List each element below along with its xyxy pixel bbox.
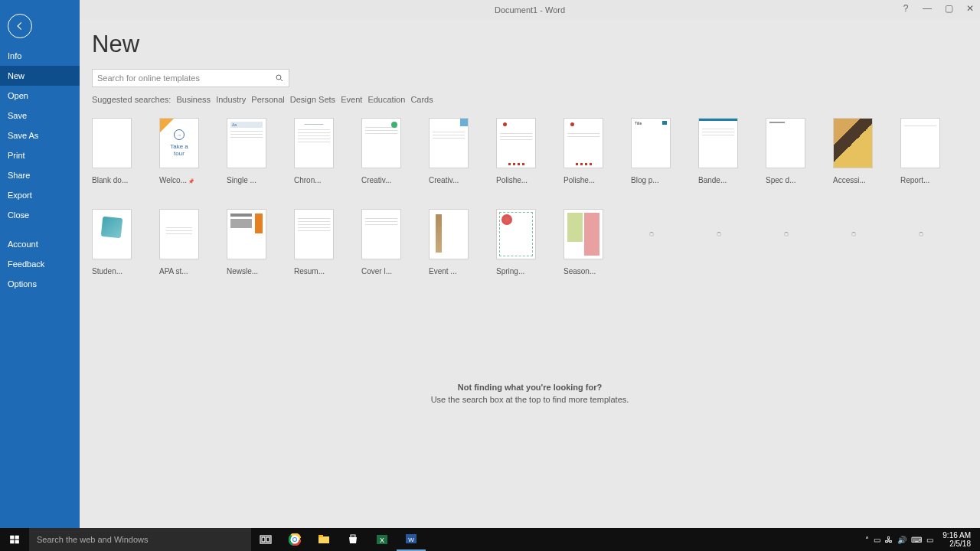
clock-date: 2/5/18 (942, 540, 971, 548)
template-label: Resum... (294, 267, 334, 276)
template-item[interactable]: Polishe... (496, 118, 536, 184)
template-thumbnail (564, 209, 603, 259)
nav-item-save[interactable]: Save (0, 106, 80, 126)
minimize-button[interactable]: — (922, 3, 933, 14)
template-item[interactable]: Spec d... (766, 118, 805, 184)
suggested-label: Suggested searches: (92, 95, 171, 104)
template-label: Bande... (698, 176, 738, 184)
suggested-link-design-sets[interactable]: Design Sets (290, 95, 335, 104)
template-item[interactable]: APA st... (159, 209, 199, 276)
template-label: Creativ... (361, 176, 401, 184)
svg-rect-4 (15, 540, 19, 544)
template-thumbnail: Aa (227, 118, 266, 168)
file-explorer-icon[interactable] (309, 528, 338, 551)
keyboard-icon[interactable]: ⌨ (911, 536, 922, 544)
search-icon[interactable] (275, 73, 284, 83)
suggested-link-industry[interactable]: Industry (216, 95, 246, 104)
suggested-link-event[interactable]: Event (341, 95, 362, 104)
svg-text:X: X (380, 536, 384, 544)
template-search-box[interactable] (92, 69, 289, 87)
battery-icon[interactable]: ▭ (874, 536, 880, 544)
template-gallery: Blank do...→Take atourWelco... 📌AaSingle… (92, 118, 972, 276)
nav-item-feedback[interactable]: Feedback (0, 254, 80, 274)
template-label: Studen... (92, 267, 132, 276)
svg-rect-1 (10, 536, 14, 540)
template-item[interactable]: Event ... (429, 209, 469, 276)
system-tray[interactable]: ˄ ▭ 🖧 🔊 ⌨ ▭ 9:16 AM 2/5/18 (865, 531, 980, 548)
task-view-button[interactable] (251, 528, 280, 551)
template-item[interactable]: Creativ... (429, 118, 469, 184)
backstage-sidebar: InfoNewOpenSaveSave AsPrintShareExportCl… (0, 0, 80, 528)
template-thumbnail (92, 118, 132, 168)
template-item[interactable]: Bande... (698, 118, 738, 184)
template-item[interactable]: Resum... (294, 209, 334, 276)
nav-item-open[interactable]: Open (0, 86, 80, 106)
suggested-link-business[interactable]: Business (176, 95, 211, 104)
template-item[interactable]: Creativ... (361, 118, 401, 184)
maximize-button[interactable]: ▢ (943, 3, 954, 14)
svg-rect-6 (262, 537, 265, 542)
template-label: Spring... (496, 267, 536, 276)
template-item[interactable]: →Take atourWelco... 📌 (159, 118, 199, 184)
tray-chevron-icon[interactable]: ˄ (865, 536, 869, 544)
footer-sub: Use the search box at the top to find mo… (431, 395, 629, 404)
template-thumbnail (159, 209, 199, 259)
pin-icon[interactable]: 📌 (187, 179, 194, 184)
nav-item-share[interactable]: Share (0, 165, 80, 185)
network-icon[interactable]: 🖧 (885, 536, 893, 544)
nav-item-close[interactable]: Close (0, 205, 80, 225)
help-button[interactable]: ? (900, 3, 911, 14)
action-center-icon[interactable]: ▭ (926, 536, 933, 544)
word-icon[interactable]: W (397, 528, 426, 551)
template-loading (833, 209, 873, 276)
template-label: Blank do... (92, 176, 132, 184)
suggested-link-education[interactable]: Education (368, 95, 405, 104)
nav-item-options[interactable]: Options (0, 274, 80, 294)
excel-icon[interactable]: X (368, 528, 397, 551)
template-thumbnail (227, 209, 266, 259)
close-window-button[interactable]: ✕ (965, 3, 975, 14)
template-item[interactable]: Report... (900, 118, 940, 184)
template-item[interactable]: Accessi... (833, 118, 873, 184)
template-item[interactable]: Cover l... (361, 209, 401, 276)
template-item[interactable]: AaSingle ... (227, 118, 266, 184)
template-item[interactable]: Blank do... (92, 118, 132, 184)
nav-item-export[interactable]: Export (0, 185, 80, 205)
template-item[interactable]: —————Chron... (294, 118, 334, 184)
suggested-link-cards[interactable]: Cards (410, 95, 433, 104)
taskbar-search[interactable]: Search the web and Windows (29, 528, 251, 551)
template-label: Polishe... (564, 176, 603, 184)
svg-rect-2 (15, 536, 19, 540)
svg-text:W: W (408, 536, 414, 543)
store-icon[interactable] (338, 528, 368, 551)
clock-time: 9:16 AM (942, 531, 971, 540)
template-loading (766, 209, 805, 276)
chrome-icon[interactable] (280, 528, 309, 551)
template-search-input[interactable] (97, 73, 275, 83)
template-thumbnail (900, 118, 940, 168)
nav-item-save-as[interactable]: Save As (0, 126, 80, 145)
template-item[interactable]: Studen... (92, 209, 132, 276)
svg-rect-7 (266, 537, 270, 542)
template-label: Welco... 📌 (159, 176, 199, 184)
template-label: Report... (900, 176, 940, 184)
volume-icon[interactable]: 🔊 (897, 536, 906, 544)
nav-item-info[interactable]: Info (0, 46, 80, 66)
template-item[interactable]: Season... (564, 209, 603, 276)
template-item[interactable]: TitleBlog p... (631, 118, 671, 184)
nav-item-print[interactable]: Print (0, 145, 80, 165)
suggested-link-personal[interactable]: Personal (251, 95, 284, 104)
taskbar-clock[interactable]: 9:16 AM 2/5/18 (938, 531, 975, 548)
titlebar: Document1 - Word ? — ▢ ✕ (80, 0, 980, 20)
template-label: Polishe... (496, 176, 536, 184)
nav-item-account[interactable]: Account (0, 234, 80, 254)
template-item[interactable]: Polishe... (564, 118, 603, 184)
template-label: Cover l... (361, 267, 401, 276)
nav-item-new[interactable]: New (0, 66, 80, 86)
template-item[interactable]: Spring... (496, 209, 536, 276)
start-button[interactable] (0, 528, 29, 551)
template-item[interactable]: Newsle... (227, 209, 266, 276)
template-thumbnail (496, 209, 536, 259)
svg-rect-14 (318, 536, 329, 543)
back-button[interactable] (8, 14, 32, 38)
